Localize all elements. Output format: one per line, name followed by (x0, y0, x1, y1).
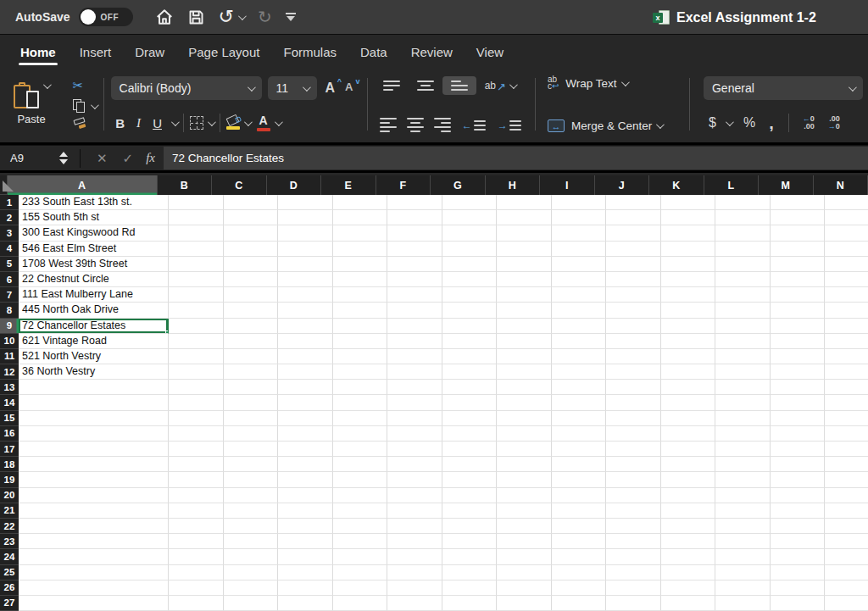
cell-H17[interactable] (497, 442, 552, 457)
cell-D9[interactable] (278, 319, 333, 334)
row-header-7[interactable]: 7 (0, 287, 19, 303)
cell-G8[interactable] (442, 303, 498, 318)
cell-N11[interactable] (825, 349, 868, 364)
cell-H12[interactable] (497, 364, 552, 380)
cell-L26[interactable] (715, 580, 771, 596)
cell-B23[interactable] (169, 534, 224, 549)
cell-N3[interactable] (825, 225, 868, 241)
cell-L4[interactable] (715, 242, 771, 257)
cell-D13[interactable] (278, 380, 333, 395)
cell-J9[interactable] (606, 319, 661, 334)
cell-L7[interactable] (715, 287, 771, 303)
cell-J21[interactable] (606, 503, 661, 519)
cell-K10[interactable] (661, 334, 716, 349)
cell-I4[interactable] (552, 242, 607, 257)
cell-H14[interactable] (497, 395, 552, 410)
cell-L24[interactable] (715, 549, 771, 564)
cell-F24[interactable] (387, 549, 442, 564)
cell-B20[interactable] (169, 488, 224, 503)
cell-A1[interactable]: 233 South East 13th st. (19, 195, 169, 210)
cell-C19[interactable] (224, 472, 279, 487)
cell-C20[interactable] (224, 488, 279, 503)
quick-access-more-icon[interactable] (286, 13, 296, 21)
row-header-25[interactable]: 25 (0, 565, 19, 580)
cell-D17[interactable] (278, 442, 333, 457)
chevron-down-icon[interactable] (208, 118, 216, 126)
cell-L13[interactable] (715, 380, 771, 395)
cell-E5[interactable] (333, 257, 388, 272)
cell-A10[interactable]: 621 Vintage Road (19, 334, 169, 349)
cell-M10[interactable] (771, 334, 826, 349)
comma-style-button[interactable]: , (762, 119, 781, 127)
row-header-15[interactable]: 15 (0, 411, 19, 426)
cell-E17[interactable] (333, 442, 388, 457)
cell-C12[interactable] (224, 364, 279, 380)
cell-B14[interactable] (169, 395, 224, 410)
cell-M9[interactable] (771, 319, 826, 334)
cell-I22[interactable] (552, 519, 607, 534)
name-box[interactable]: A9 (0, 152, 71, 164)
cell-K24[interactable] (661, 549, 716, 564)
cell-L1[interactable] (715, 195, 771, 210)
cell-N16[interactable] (825, 426, 868, 442)
insert-function-icon[interactable]: fx (146, 151, 155, 165)
cell-I25[interactable] (552, 565, 607, 580)
cell-F26[interactable] (387, 580, 442, 596)
cell-J26[interactable] (606, 580, 661, 596)
spinner-up-icon[interactable] (59, 152, 68, 157)
cell-F12[interactable] (387, 364, 442, 380)
cell-J1[interactable] (606, 195, 661, 210)
row-header-22[interactable]: 22 (0, 519, 19, 534)
cell-E16[interactable] (333, 426, 388, 442)
cell-C21[interactable] (224, 503, 279, 519)
row-header-14[interactable]: 14 (0, 395, 19, 410)
cell-E11[interactable] (333, 349, 388, 364)
name-box-spinner[interactable] (59, 152, 68, 164)
cell-E6[interactable] (333, 272, 388, 287)
font-name-select[interactable]: Calibri (Body) (111, 76, 262, 100)
cell-N13[interactable] (825, 380, 868, 395)
cell-H23[interactable] (497, 534, 552, 549)
cell-D10[interactable] (278, 334, 333, 349)
cell-I8[interactable] (552, 303, 607, 318)
cell-C4[interactable] (224, 242, 279, 257)
cell-F20[interactable] (387, 488, 442, 503)
row-header-11[interactable]: 11 (0, 349, 19, 364)
cell-B10[interactable] (169, 334, 224, 349)
cell-H25[interactable] (497, 565, 552, 580)
cell-I2[interactable] (552, 210, 607, 225)
cell-B6[interactable] (169, 272, 224, 287)
cell-F13[interactable] (387, 380, 442, 395)
cell-K9[interactable] (661, 319, 716, 334)
align-left-button[interactable] (380, 118, 397, 132)
cell-C24[interactable] (224, 549, 279, 564)
cell-G12[interactable] (442, 364, 498, 380)
cell-C3[interactable] (224, 225, 279, 241)
cell-H2[interactable] (497, 210, 552, 225)
cell-D24[interactable] (278, 549, 333, 564)
cell-J3[interactable] (606, 225, 661, 241)
cell-N9[interactable] (825, 319, 868, 334)
cell-F18[interactable] (387, 457, 442, 472)
cell-I27[interactable] (552, 596, 607, 611)
row-header-24[interactable]: 24 (0, 549, 19, 564)
cell-G27[interactable] (442, 596, 498, 611)
column-header-M[interactable]: M (759, 175, 814, 195)
cell-J4[interactable] (606, 242, 661, 257)
row-header-13[interactable]: 13 (0, 380, 19, 395)
home-icon[interactable] (155, 8, 174, 26)
cell-I3[interactable] (552, 225, 607, 241)
cell-I1[interactable] (552, 195, 607, 210)
grow-font-button[interactable]: A^ (326, 81, 336, 96)
cell-B4[interactable] (169, 242, 224, 257)
cell-J24[interactable] (606, 549, 661, 564)
cell-C27[interactable] (224, 596, 279, 611)
cell-J19[interactable] (606, 472, 661, 487)
tab-draw[interactable]: Draw (123, 36, 176, 69)
row-header-8[interactable]: 8 (0, 303, 19, 318)
cell-A22[interactable] (19, 519, 169, 534)
cell-G13[interactable] (442, 380, 498, 395)
cell-K2[interactable] (661, 210, 716, 225)
cell-B26[interactable] (169, 580, 224, 596)
chevron-down-icon[interactable] (621, 78, 630, 86)
